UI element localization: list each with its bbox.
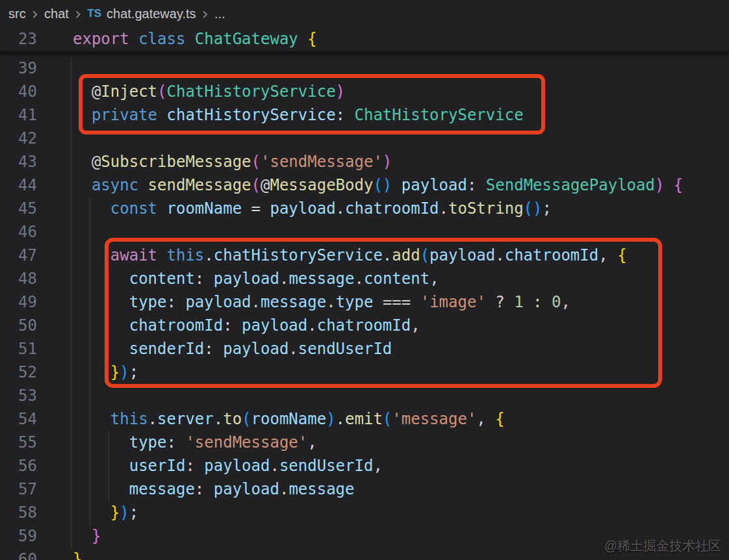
code-token: ( [157,83,166,101]
code-token [608,246,617,264]
code-line: 48 content: payload.message.content, [0,267,729,290]
code-token: } [110,363,120,381]
line-number[interactable]: 50 [0,316,37,335]
code-token: chatroomId [505,246,599,264]
line-number[interactable]: 55 [0,433,37,452]
code-text[interactable]: const roomName = payload.chatroomId.toSt… [73,197,552,220]
code-token [476,176,485,194]
code-text[interactable]: @SubscribeMessage('sendMessage') [73,150,392,173]
code-text[interactable]: @Inject(ChatHistoryService) [73,80,345,103]
line-number[interactable]: 47 [0,246,37,264]
code-token: ) [336,83,345,101]
code-token [664,176,673,194]
code-token: ; [129,503,138,522]
code-token [204,270,213,288]
line-number[interactable]: 60 [0,550,37,560]
code-text[interactable]: async sendMessage(@MessageBody() payload… [73,173,683,197]
code-text[interactable]: chatroomId: payload.chatroomId, [73,314,420,337]
code-token: . [279,270,288,288]
code-token: { [617,246,626,264]
code-token: ( [242,410,251,428]
chevron-right-icon: › [69,7,87,20]
code-token: : [223,316,232,335]
code-token: { [307,30,316,48]
code-token: ( [251,153,261,171]
line-number[interactable]: 58 [0,503,37,522]
line-number[interactable]: 45 [0,199,37,218]
code-text[interactable]: }); [73,501,138,524]
code-token: Inject [101,83,157,101]
code-token: ) [120,363,129,381]
code-token: content [364,270,429,288]
line-number[interactable]: 43 [0,153,37,171]
sticky-scroll: 23export class ChatGateway { [0,27,729,52]
code-token: . [307,316,316,335]
code-text[interactable]: senderId: payload.sendUserId [73,337,392,361]
code-text[interactable]: userId: payload.sendUserId, [73,454,383,477]
code-text[interactable]: }); [73,361,138,384]
line-number[interactable]: 41 [0,106,37,124]
code-line: 56 userId: payload.sendUserId, [0,454,729,477]
line-number[interactable]: 48 [0,270,37,288]
code-line: 54 this.server.to(roomName).emit('messag… [0,407,729,431]
code-token: class [138,30,185,48]
code-token: MessageBody [270,176,373,194]
line-number[interactable]: 42 [0,129,37,147]
code-token: roomName [167,199,242,218]
code-text[interactable]: content: payload.message.content, [73,267,439,290]
code-line: 40 @Inject(ChatHistoryService) [0,80,729,103]
breadcrumb-item-filename[interactable]: chat.gateway.ts [107,6,196,21]
code-token: add [392,246,420,264]
code-token: userId [129,457,186,475]
code-token: payload [185,293,251,311]
breadcrumb-symbol-ellipsis[interactable]: ... [214,6,225,21]
code-token: @ [92,83,101,101]
code-token: content [129,270,195,288]
watermark: @稀土掘金技术社区 [604,537,721,555]
line-number[interactable]: 57 [0,480,37,498]
code-text[interactable]: export class ChatGateway { [73,27,317,51]
code-token: } [110,503,120,522]
line-number[interactable]: 44 [0,176,37,194]
sticky-line[interactable]: 23export class ChatGateway { [0,27,729,51]
code-line: 47 await this.chatHistoryService.add(pay… [0,244,729,267]
code-text[interactable]: type: 'sendMessage', [73,431,317,454]
code-token: , [598,246,608,264]
breadcrumb-item-src[interactable]: src [8,6,26,21]
code-line: 58 }); [0,501,729,524]
line-number[interactable]: 53 [0,387,37,405]
code-text[interactable]: } [73,548,82,560]
code-token [392,176,401,194]
code-token: @ [261,176,270,194]
line-number[interactable]: 54 [0,410,37,428]
chevron-right-icon: › [196,7,214,20]
line-number[interactable]: 39 [0,59,37,77]
code-token: , [476,410,485,428]
line-number[interactable]: 23 [0,30,37,48]
code-token: . [279,480,288,498]
breadcrumb-item-chat[interactable]: chat [44,6,69,21]
code-token [157,246,166,264]
line-number[interactable]: 49 [0,293,37,311]
code-text[interactable]: message: payload.message [73,477,355,501]
code-line: 45 const roomName = payload.chatroomId.t… [0,197,729,220]
code-text[interactable]: type: payload.message.type === 'image' ?… [73,290,570,314]
code-token [73,293,129,311]
code-token: const [110,199,157,218]
code-text[interactable]: this.server.to(roomName).emit('message',… [73,407,505,431]
code-token: , [307,433,316,452]
line-number[interactable]: 52 [0,363,37,381]
line-number[interactable]: 40 [0,83,37,101]
line-number[interactable]: 46 [0,223,37,241]
code-token [176,293,185,311]
code-text[interactable]: private chatHistoryService: ChatHistoryS… [73,103,524,127]
line-number[interactable]: 51 [0,340,37,358]
line-number[interactable]: 56 [0,457,37,475]
code-token: toString [448,199,524,218]
code-text[interactable]: } [73,524,101,548]
code-text[interactable]: await this.chatHistoryService.add(payloa… [73,244,627,267]
line-number[interactable]: 59 [0,527,37,545]
code-token: payload [214,270,279,288]
code-token: ) [383,153,392,171]
code-token [73,480,129,498]
